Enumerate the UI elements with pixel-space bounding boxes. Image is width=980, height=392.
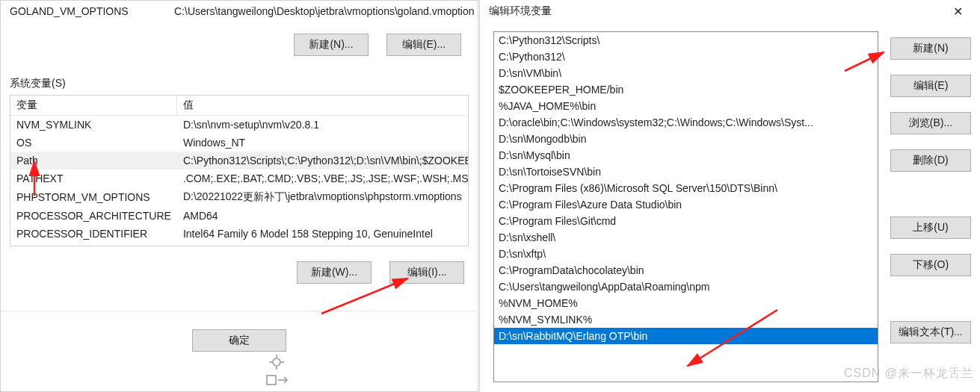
svg-rect-9 [267,376,276,385]
list-item[interactable]: D:\sn\Mongodb\bin [494,131,878,147]
var-value-cell: AMD64 [177,207,469,225]
list-item[interactable]: $ZOOKEEPER_HOME/bin [494,81,878,98]
system-vars-table: 变量 值 NVM_SYMLINKD:\sn\nvm-setup\nvm\v20.… [10,96,469,246]
var-name-cell: Path [10,152,177,169]
var-name-cell: PROCESSOR_ARCHITECTURE [10,207,177,225]
var-name-cell: PROCESSOR_LEVEL [10,243,177,246]
dialog-title: 编辑环境变量 [487,4,552,18]
table-row[interactable]: NVM_SYMLINKD:\sn\nvm-setup\nvm\v20.8.1 [10,116,469,134]
list-item[interactable]: D:\sn\Mysql\bin [494,147,878,164]
dialog-body: C:\Python312\Scripts\C:\Python312\D:\sn\… [480,22,980,392]
new-user-var-button[interactable]: 新建(N)... [294,34,369,56]
list-item[interactable]: %NVM_SYMLINK% [494,311,878,328]
table-row[interactable]: PHPSTORM_VM_OPTIONSD:\20221022更新补丁\jetbr… [10,187,469,207]
var-name-cell: PATHEXT [10,169,177,187]
ok-button[interactable]: 确定 [192,329,286,352]
user-var-value: C:\Users\tangweilong\Desktop\jetbra\vmop… [168,4,475,19]
user-var-name: GOLAND_VM_OPTIONS [4,4,168,19]
background-tool-icons [254,355,329,388]
list-item[interactable]: %NVM_HOME% [494,295,878,311]
table-row[interactable]: OSWindows_NT [10,134,469,152]
environment-variables-dialog: GOLAND_VM_OPTIONS C:\Users\tangweilong\D… [0,0,478,392]
var-name-cell: PHPSTORM_VM_OPTIONS [10,187,177,207]
col-header-value[interactable]: 值 [177,96,469,116]
table-row[interactable]: PROCESSOR_LEVEL6 [10,243,469,246]
var-value-cell: Intel64 Family 6 Model 158 Stepping 10, … [177,225,469,243]
close-icon[interactable]: ✕ [943,4,973,19]
list-item[interactable]: D:\sn\xshell\ [494,229,878,246]
list-item[interactable]: C:\ProgramData\chocolatey\bin [494,262,878,279]
system-vars-label: 系统变量(S) [1,77,478,90]
var-name-cell: PROCESSOR_IDENTIFIER [10,225,177,243]
list-item[interactable]: C:\Program Files (x86)\Microsoft SQL Ser… [494,180,878,196]
list-item[interactable]: D:\sn\TortoiseSVN\bin [494,164,878,180]
edit-user-var-button[interactable]: 编辑(E)... [386,34,461,56]
edit-path-dialog: 编辑环境变量 ✕ C:\Python312\Scripts\C:\Python3… [479,0,980,392]
list-item[interactable]: C:\Program Files\Git\cmd [494,213,878,229]
var-name-cell: OS [10,134,177,152]
var-value-cell: 6 [177,243,469,246]
list-item[interactable]: C:\Python312\Scripts\ [494,32,878,49]
var-value-cell: Windows_NT [177,134,469,152]
table-row[interactable]: PROCESSOR_IDENTIFIERIntel64 Family 6 Mod… [10,225,469,243]
var-name-cell: NVM_SYMLINK [10,116,177,134]
list-item[interactable]: D:\sn\RabbitMQ\Erlang OTP\bin [494,328,878,344]
table-row[interactable]: PathC:\Python312\Scripts\;C:\Python312\;… [10,152,469,169]
user-var-button-row: 新建(N)... 编辑(E)... [4,19,475,74]
list-item[interactable]: C:\Python312\ [494,49,878,65]
var-value-cell: D:\20221022更新补丁\jetbra\vmoptions\phpstor… [177,187,469,207]
system-vars-table-frame[interactable]: 变量 值 NVM_SYMLINKD:\sn\nvm-setup\nvm\v20.… [10,95,469,246]
new-system-var-button[interactable]: 新建(W)... [297,261,372,284]
path-entries-list[interactable]: C:\Python312\Scripts\C:\Python312\D:\sn\… [493,31,878,382]
delete-entry-button[interactable]: 删除(D) [890,149,971,172]
col-header-variable[interactable]: 变量 [10,96,177,116]
side-button-column: 新建(N) 编辑(E) 浏览(B)... 删除(D) 上移(U) 下移(O) 编… [890,31,971,385]
watermark-text: CSDN @来一杯龙舌兰 [844,366,974,382]
dialog-footer: 确定 [1,311,478,370]
list-item[interactable]: %JAVA_HOME%\bin [494,98,878,114]
var-value-cell: D:\sn\nvm-setup\nvm\v20.8.1 [177,116,469,134]
browse-button[interactable]: 浏览(B)... [890,112,971,134]
edit-entry-button[interactable]: 编辑(E) [890,75,971,97]
list-item[interactable]: D:\oracle\bin;C:\Windows\system32;C:\Win… [494,114,878,131]
list-item[interactable]: D:\sn\xftp\ [494,246,878,262]
list-item[interactable]: C:\Program Files\Azure Data Studio\bin [494,196,878,213]
edit-text-button[interactable]: 编辑文本(T)... [890,321,971,343]
svg-point-4 [273,358,280,366]
system-var-button-row: 新建(W)... 编辑(I)... [1,246,478,302]
edit-system-var-button[interactable]: 编辑(I)... [389,261,464,284]
new-entry-button[interactable]: 新建(N) [890,37,971,60]
user-var-row[interactable]: GOLAND_VM_OPTIONS C:\Users\tangweilong\D… [4,4,475,19]
table-row[interactable]: PATHEXT.COM;.EXE;.BAT;.CMD;.VBS;.VBE;.JS… [10,169,469,187]
list-item[interactable]: D:\sn\VM\bin\ [494,65,878,81]
user-vars-section: GOLAND_VM_OPTIONS C:\Users\tangweilong\D… [1,1,478,77]
dialog-titlebar[interactable]: 编辑环境变量 ✕ [480,0,980,22]
move-up-button[interactable]: 上移(U) [890,217,971,239]
table-row[interactable]: PROCESSOR_ARCHITECTUREAMD64 [10,207,469,225]
move-down-button[interactable]: 下移(O) [890,254,971,276]
var-value-cell: C:\Python312\Scripts\;C:\Python312\;D:\s… [177,152,469,169]
list-item[interactable]: C:\Users\tangweilong\AppData\Roaming\npm [494,279,878,295]
var-value-cell: .COM;.EXE;.BAT;.CMD;.VBS;.VBE;.JS;.JSE;.… [177,169,469,187]
